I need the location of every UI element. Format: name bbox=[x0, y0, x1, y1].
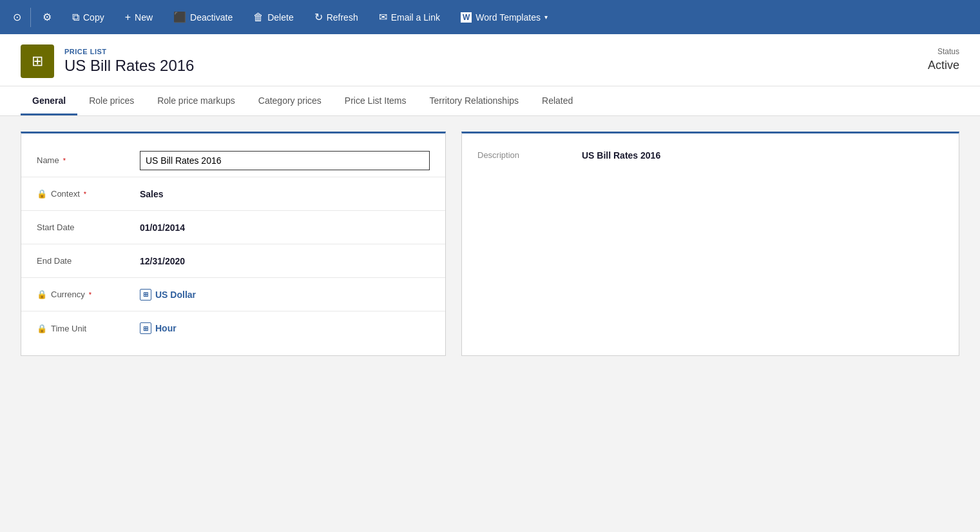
tab-role-prices[interactable]: Role prices bbox=[77, 86, 146, 115]
description-row: Description US Bill Rates 2016 bbox=[477, 144, 943, 167]
header-left: ⊞ PRICE LIST US Bill Rates 2016 bbox=[21, 44, 194, 78]
copy-icon: ⧉ bbox=[72, 12, 79, 23]
time-unit-link-icon: ⊞ bbox=[140, 322, 151, 334]
name-label: Name * bbox=[37, 155, 140, 165]
currency-value: US Dollar bbox=[155, 290, 196, 300]
start-date-row: Start Date 01/01/2014 bbox=[21, 211, 445, 244]
currency-row: 🔒 Currency * ⊞ US Dollar bbox=[21, 278, 445, 311]
delete-icon: 🗑 bbox=[253, 12, 264, 23]
context-lock-icon: 🔒 bbox=[37, 189, 47, 199]
name-input[interactable] bbox=[140, 151, 430, 170]
deactivate-button[interactable]: ⬛ Deactivate bbox=[163, 0, 243, 34]
end-date-label: End Date bbox=[37, 256, 140, 266]
copy-label: Copy bbox=[83, 12, 104, 23]
email-link-button[interactable]: ✉ Email a Link bbox=[369, 0, 450, 34]
currency-lock-icon: 🔒 bbox=[37, 290, 47, 299]
new-label: New bbox=[135, 12, 153, 23]
refresh-icon: ↻ bbox=[314, 11, 323, 23]
word-templates-label: Word Templates bbox=[476, 12, 541, 23]
gear-icon: ⚙ bbox=[43, 11, 52, 23]
email-icon: ✉ bbox=[379, 11, 387, 23]
currency-link-icon: ⊞ bbox=[140, 289, 151, 300]
description-label: Description bbox=[477, 150, 561, 161]
main-content: Name * 🔒 Context * Sales Start Date 01/0… bbox=[0, 116, 980, 371]
home-button[interactable]: ⊙ bbox=[5, 0, 29, 34]
context-label: 🔒 Context * bbox=[37, 189, 140, 199]
form-panel: Name * 🔒 Context * Sales Start Date 01/0… bbox=[21, 132, 446, 356]
end-date-value: 12/31/2020 bbox=[140, 256, 430, 266]
copy-button[interactable]: ⧉ Copy bbox=[62, 0, 115, 34]
entity-name: US Bill Rates 2016 bbox=[64, 57, 194, 75]
currency-label: 🔒 Currency * bbox=[37, 290, 140, 299]
description-value: US Bill Rates 2016 bbox=[582, 150, 660, 161]
entity-meta: PRICE LIST US Bill Rates 2016 bbox=[64, 48, 194, 75]
currency-link[interactable]: ⊞ US Dollar bbox=[140, 289, 196, 300]
new-button[interactable]: + New bbox=[115, 0, 163, 34]
word-templates-chevron: ▾ bbox=[544, 14, 548, 21]
home-icon: ⊙ bbox=[13, 11, 21, 23]
name-row: Name * bbox=[21, 144, 445, 177]
status-value: Active bbox=[928, 59, 959, 72]
refresh-label: Refresh bbox=[327, 12, 358, 23]
deactivate-icon: ⬛ bbox=[173, 11, 186, 23]
toolbar: ⊙ ⚙ ⧉ Copy + New ⬛ Deactivate 🗑 Delete ↻… bbox=[0, 0, 980, 34]
tab-general[interactable]: General bbox=[21, 86, 77, 115]
header-area: ⊞ PRICE LIST US Bill Rates 2016 Status A… bbox=[0, 34, 980, 86]
delete-label: Delete bbox=[267, 12, 293, 23]
gear-button[interactable]: ⚙ bbox=[32, 0, 62, 34]
status-label: Status bbox=[928, 47, 959, 56]
start-date-label: Start Date bbox=[37, 222, 140, 232]
entity-icon-symbol: ⊞ bbox=[32, 53, 43, 70]
name-required: * bbox=[63, 157, 66, 164]
word-templates-button[interactable]: W Word Templates ▾ bbox=[450, 0, 558, 34]
time-unit-lock-icon: 🔒 bbox=[37, 324, 47, 333]
context-required: * bbox=[84, 190, 86, 198]
header-right: Status Active bbox=[928, 44, 959, 72]
tab-related[interactable]: Related bbox=[530, 86, 584, 115]
time-unit-value: Hour bbox=[155, 323, 177, 333]
time-unit-label: 🔒 Time Unit bbox=[37, 324, 140, 333]
tab-role-price-markups[interactable]: Role price markups bbox=[146, 86, 247, 115]
tabs-bar: General Role prices Role price markups C… bbox=[0, 86, 980, 116]
time-unit-link[interactable]: ⊞ Hour bbox=[140, 322, 177, 334]
divider-1 bbox=[30, 8, 31, 27]
entity-icon: ⊞ bbox=[21, 44, 54, 78]
time-unit-row: 🔒 Time Unit ⊞ Hour bbox=[21, 311, 445, 345]
end-date-row: End Date 12/31/2020 bbox=[21, 244, 445, 278]
deactivate-label: Deactivate bbox=[190, 12, 233, 23]
tab-territory-relationships[interactable]: Territory Relationships bbox=[418, 86, 531, 115]
email-label: Email a Link bbox=[391, 12, 440, 23]
plus-icon: + bbox=[125, 12, 131, 23]
word-icon: W bbox=[461, 12, 472, 23]
tab-price-list-items[interactable]: Price List Items bbox=[333, 86, 418, 115]
refresh-button[interactable]: ↻ Refresh bbox=[304, 0, 369, 34]
currency-required: * bbox=[89, 291, 91, 299]
context-value: Sales bbox=[140, 189, 430, 199]
delete-button[interactable]: 🗑 Delete bbox=[243, 0, 303, 34]
tab-category-prices[interactable]: Category prices bbox=[247, 86, 333, 115]
start-date-value: 01/01/2014 bbox=[140, 222, 430, 233]
description-panel: Description US Bill Rates 2016 bbox=[461, 132, 959, 356]
entity-type: PRICE LIST bbox=[64, 48, 194, 55]
context-row: 🔒 Context * Sales bbox=[21, 177, 445, 211]
